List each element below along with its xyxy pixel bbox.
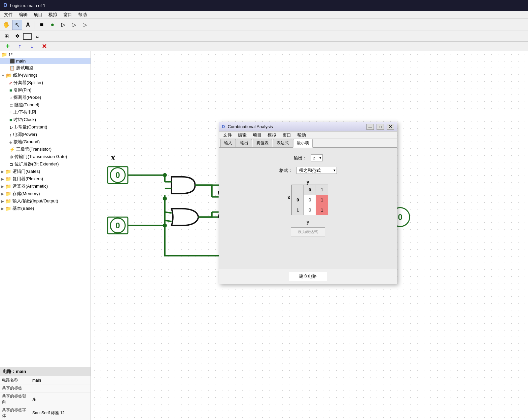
- base-label: 基本(Base): [12, 205, 34, 212]
- menu-help[interactable]: 帮助: [75, 11, 90, 18]
- sidebar-constant[interactable]: 1· 1·常量(Constant): [0, 123, 91, 131]
- x-pin-value: 0: [115, 170, 120, 180]
- sidebar-power[interactable]: ↑ 电源(Power): [0, 131, 91, 138]
- kmap-cell-01[interactable]: 1: [316, 195, 328, 205]
- ca-menu-file[interactable]: 文件: [220, 131, 235, 139]
- kmap-cell-11[interactable]: 1: [316, 205, 328, 215]
- menu-window[interactable]: 窗口: [61, 11, 75, 18]
- junction-y2: [163, 197, 167, 201]
- dtrapezoid-tool[interactable]: ▷: [80, 20, 90, 30]
- toolbar: 🖐 ↖ A ■ ● ▷ ▷ ▷: [0, 19, 528, 31]
- ca-maximize-btn[interactable]: □: [377, 124, 384, 130]
- snap-btn[interactable]: ✲: [12, 31, 22, 41]
- kmap-cell-00[interactable]: 0: [304, 195, 316, 205]
- kmap-row-var-container: x: [288, 195, 290, 200]
- tab-expr[interactable]: 表达式: [273, 139, 292, 147]
- sidebar-wiring[interactable]: ▼ 📂 线路(Wiring): [0, 72, 91, 79]
- menu-project[interactable]: 项目: [31, 11, 45, 18]
- tree-root[interactable]: 📁 1*: [0, 51, 91, 58]
- sidebar-transgate[interactable]: ⊕ 传输门(Transmission Gate): [0, 153, 91, 160]
- props-value-name[interactable]: main: [30, 376, 91, 384]
- tunnel-label: 隧道(Tunnel): [14, 102, 39, 108]
- props-table: 电路名称 main 共享的标签 共享的标签朝向 东 共享的标签字体 SansSe…: [0, 376, 91, 420]
- set-expr-btn[interactable]: 设为表达式: [291, 227, 325, 236]
- ca-menu-simulate[interactable]: 模拟: [265, 131, 279, 139]
- ca-menu-edit[interactable]: 编辑: [235, 131, 249, 139]
- ca-content: 输出： z 格式： 积之和范式 和之积范式: [219, 148, 397, 269]
- tab-minterm[interactable]: 最小项: [293, 139, 313, 148]
- tab-output[interactable]: 输出: [237, 139, 252, 147]
- pin-icon: ■: [9, 88, 12, 93]
- props-row-tag: 共享的标签: [0, 384, 91, 392]
- clock-icon: ■: [9, 117, 12, 122]
- constant-icon: 1·: [9, 125, 13, 130]
- circle-tool[interactable]: ●: [47, 20, 58, 30]
- props-value-tagfont[interactable]: SansSerif 标准 12: [30, 406, 91, 420]
- select-tool[interactable]: ↖: [12, 20, 22, 30]
- ca-minimize-btn[interactable]: —: [366, 124, 374, 130]
- kmap-col-1: 1: [316, 185, 328, 195]
- text-tool[interactable]: A: [23, 20, 33, 30]
- kmap-table: 0 1 0 0 1 1 0 1: [291, 185, 328, 215]
- props-value-tag[interactable]: [30, 384, 91, 392]
- hand-tool[interactable]: 🖐: [1, 20, 11, 30]
- sidebar-base[interactable]: ▶ 📁 基本(Base): [0, 205, 91, 212]
- format-select-wrapper: 积之和范式 和之积范式: [296, 167, 337, 174]
- sidebar-clock[interactable]: ■ 时钟(Clock): [0, 116, 91, 123]
- props-value-tagdir[interactable]: 东: [30, 392, 91, 406]
- sidebar-item-main[interactable]: ⬛ main: [0, 58, 91, 64]
- props-panel: 电路：main 电路名称 main 共享的标签 共享的标签朝向 东 共享的标签字…: [0, 367, 91, 420]
- output-label: 输出：: [293, 155, 307, 161]
- wire-y-or-in2: [165, 221, 172, 222]
- root-folder-icon: 📁: [1, 52, 7, 57]
- kmap-cell-10[interactable]: 0: [304, 205, 316, 215]
- sidebar-pullresist[interactable]: ≈ 上/下拉电阻: [0, 109, 91, 116]
- transgate-icon: ⊕: [9, 154, 13, 159]
- sidebar-probe[interactable]: ○ 探测器(Probe): [0, 94, 91, 101]
- kmap-row-1-header: 1: [292, 205, 304, 215]
- sidebar-ground[interactable]: ⏚ 接地(Ground): [0, 138, 91, 146]
- ca-menu-project[interactable]: 项目: [250, 131, 264, 139]
- memory-folder-icon: 📁: [5, 191, 11, 196]
- menu-file[interactable]: 文件: [1, 11, 15, 18]
- sidebar-plexers[interactable]: ▶ 📁 复用器(Plexers): [0, 175, 91, 183]
- sidebar-tunnel[interactable]: ⊏ 隧道(Tunnel): [0, 101, 91, 109]
- sidebar-pin[interactable]: ■ 引脚(Pin): [0, 86, 91, 94]
- ca-menu-window[interactable]: 窗口: [280, 131, 294, 139]
- tab-input[interactable]: 输入: [220, 139, 236, 147]
- rect-large-btn[interactable]: ▱: [32, 31, 42, 41]
- tunnel-icon: ⊏: [9, 103, 13, 108]
- sidebar-gates[interactable]: ▶ 📁 逻辑门(Gates): [0, 168, 91, 175]
- add-btn[interactable]: +: [3, 41, 13, 51]
- sidebar-memory[interactable]: ▶ 📁 存储(Memory): [0, 190, 91, 197]
- menu-edit[interactable]: 编辑: [16, 11, 30, 18]
- format-select[interactable]: 积之和范式 和之积范式: [296, 167, 337, 174]
- ca-close-btn[interactable]: ✕: [387, 124, 394, 130]
- trapezoid-tool[interactable]: ▷: [69, 20, 79, 30]
- down-btn[interactable]: ↓: [27, 41, 37, 51]
- sidebar-item-test[interactable]: 📋 测试电路: [0, 64, 91, 72]
- rect-tool[interactable]: ■: [37, 20, 47, 30]
- up-btn[interactable]: ↑: [15, 41, 25, 51]
- canvas-area[interactable]: x y z 0 0 0: [91, 51, 528, 420]
- sidebar-bitextender[interactable]: ⊐ 位扩展器(Bit Extender): [0, 160, 91, 168]
- sidebar-transistor[interactable]: ⚡ 三极管(Transistor): [0, 146, 91, 153]
- sidebar-io[interactable]: ▶ 📁 输入/输出(Input/Output): [0, 197, 91, 205]
- delete-btn[interactable]: ✕: [39, 41, 49, 51]
- grid-btn[interactable]: ⊞: [1, 31, 11, 41]
- rect-small-btn[interactable]: [23, 33, 32, 40]
- sidebar-splitter[interactable]: ⑇ 分离器(Splitter): [0, 79, 91, 86]
- build-circuit-btn[interactable]: 建立电路: [289, 272, 327, 281]
- constant-label: 1·常量(Constant): [14, 124, 47, 130]
- output-select[interactable]: z: [311, 154, 323, 161]
- sidebar-arithmetic[interactable]: ▶ 📁 运算器(Arithmetic): [0, 183, 91, 190]
- kmap-row-1: 1 0 1: [292, 205, 328, 215]
- play-tool[interactable]: ▷: [58, 20, 68, 30]
- tab-truth[interactable]: 真值表: [253, 139, 272, 147]
- menu-simulate[interactable]: 模拟: [46, 11, 60, 18]
- wire-conn2: [199, 212, 212, 217]
- ca-menu-help[interactable]: 帮助: [294, 131, 309, 139]
- app-logo: D: [3, 2, 7, 8]
- props-label-tagfont: 共享的标签字体: [0, 406, 30, 420]
- ca-titlebar: D Combinational Analysis — □ ✕: [219, 122, 397, 131]
